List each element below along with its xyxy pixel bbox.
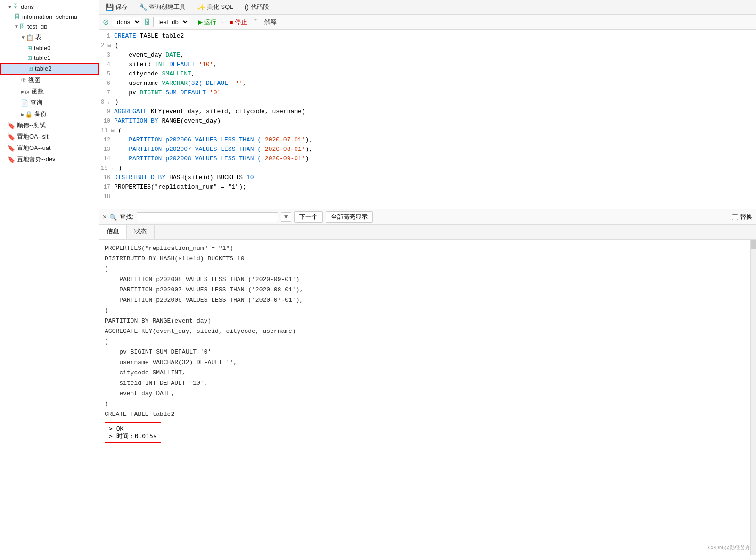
query-icon: 📄 <box>21 99 28 107</box>
result-line: ( <box>105 306 750 316</box>
search-highlight-button[interactable]: 全部高亮显示 <box>326 211 373 223</box>
line-number: 11 ⊟ <box>101 126 118 135</box>
line-number: 7 <box>101 88 114 98</box>
sidebar-item-query[interactable]: 📄 查询 <box>0 97 99 108</box>
sidebar-item-doris[interactable]: ▼ 🗄 doris <box>0 2 99 12</box>
result-line: AGGREGATE KEY(event_day, siteid, citycod… <box>105 326 750 337</box>
scrollbar-thumb[interactable] <box>751 240 756 249</box>
sidebar-label-info: information_schema <box>22 13 77 20</box>
search-label: 查找: <box>120 213 134 221</box>
line-number: 9 <box>101 107 114 116</box>
line-number: 6 <box>101 79 114 88</box>
database-select[interactable]: test_db <box>153 17 189 27</box>
scrollbar[interactable] <box>750 240 756 555</box>
line-content: AGGREGATE KEY(event_day, siteid, citycod… <box>114 107 754 116</box>
stop-button[interactable]: ■ 停止 <box>227 17 250 27</box>
line-number: 10 <box>101 116 114 126</box>
table-row: 11 ⊟( <box>99 126 756 135</box>
arrow-tables: ▼ <box>21 35 25 40</box>
line-number: 1 <box>101 32 114 41</box>
line-number: 5 <box>101 69 114 79</box>
line-content: DISTRIBUTED BY HASH(siteid) BUCKETS 10 <box>114 173 754 182</box>
sidebar-item-table2[interactable]: ⊞ table2 <box>0 63 99 75</box>
main-panel: 💾 保存 🔧 查询创建工具 ✨ 美化 SQL () 代码段 ⊘ doris 🗄 … <box>99 0 756 555</box>
result-line: pv BIGINT SUM DEFAULT '0' <box>105 347 750 357</box>
line-content: PARTITION BY RANGE(event_day) <box>114 116 754 126</box>
result-line: PROPERTIES("replication_num" = "1") <box>105 243 750 254</box>
query-tool-label: 查询创建工具 <box>149 3 186 11</box>
result-line: event_day DATE, <box>105 389 750 399</box>
table-row: 3 event_day DATE, <box>99 50 756 60</box>
search-dropdown-button[interactable]: ▼ <box>281 212 291 222</box>
search-next-button[interactable]: 下一个 <box>294 211 323 223</box>
explain-button[interactable]: 解释 <box>262 17 279 27</box>
table-row: 4 siteid INT DEFAULT '10', <box>99 60 756 69</box>
replace-checkbox[interactable] <box>732 214 738 220</box>
code-editor[interactable]: 1CREATE TABLE table22 ⊟(3 event_day DATE… <box>99 30 756 209</box>
code-segment-button[interactable]: () 代码段 <box>242 2 272 12</box>
explain-label: 解释 <box>264 18 277 25</box>
line-number: 12 <box>101 135 114 145</box>
tab-status[interactable]: 状态 <box>127 225 155 239</box>
sidebar-label-funcs: 函数 <box>32 87 44 96</box>
result-line: citycode SMALLINT, <box>105 368 750 378</box>
table-row: 18 <box>99 192 756 201</box>
sidebar-item-backup[interactable]: ▶ 🔒 备份 <box>0 108 99 120</box>
search-bar: × 🔍 查找: ▼ 下一个 全部高亮显示 替换 <box>99 209 756 225</box>
sidebar-item-test-db[interactable]: ▼ 🗄 test_db <box>0 22 99 32</box>
beautify-button[interactable]: ✨ 美化 SQL <box>194 2 236 12</box>
line-number: 16 <box>101 173 114 182</box>
table-row: 15 ⌞) <box>99 164 756 173</box>
sidebar-item-table1[interactable]: ⊞ table1 <box>0 53 99 63</box>
table-icon-2: ⊞ <box>28 66 33 72</box>
arrow-test-db: ▼ <box>14 24 19 29</box>
line-content: citycode SMALLINT, <box>114 69 754 79</box>
beautify-icon: ✨ <box>197 3 205 11</box>
sidebar-item-nav3[interactable]: 🔖 置地OA--uat <box>0 142 99 154</box>
connection-select[interactable]: doris <box>112 17 141 27</box>
run-icon: ▶ <box>198 18 203 25</box>
search-input[interactable] <box>137 212 278 222</box>
table-row: 1CREATE TABLE table2 <box>99 32 756 41</box>
replace-label: 替换 <box>740 213 752 221</box>
stop-label: 停止 <box>235 18 247 25</box>
line-number: 3 <box>101 50 114 60</box>
save-button[interactable]: 💾 保存 <box>103 2 131 12</box>
line-content: CREATE TABLE table2 <box>114 32 754 41</box>
replace-area: 替换 <box>732 213 752 221</box>
result-line: PARTITION p202007 VALUES LESS THAN ('202… <box>105 285 750 295</box>
sidebar-item-tables-group[interactable]: ▼ 📋 表 <box>0 32 99 43</box>
sidebar-item-funcs[interactable]: ▶ fx 函数 <box>0 86 99 97</box>
line-number: 2 ⊟ <box>101 41 115 50</box>
table-row: 6 username VARCHAR(32) DEFAULT '', <box>99 79 756 88</box>
sidebar-item-information-schema[interactable]: 🗄 information_schema <box>0 12 99 22</box>
tab-info[interactable]: 信息 <box>99 225 127 239</box>
sidebar-item-table0[interactable]: ⊞ table0 <box>0 43 99 53</box>
save-icon: 💾 <box>106 3 114 11</box>
line-number: 13 <box>101 145 114 154</box>
table-row: 8 ⌞) <box>99 98 756 107</box>
explain-icon: 🗒 <box>253 18 259 25</box>
nav3-icon: 🔖 <box>8 145 15 152</box>
result-line: siteid INT DEFAULT '10', <box>105 378 750 389</box>
table-row: 17PROPERTIES("replication_num" = "1"); <box>99 182 756 192</box>
sidebar-label-backup: 备份 <box>34 110 47 118</box>
sidebar-label-query: 查询 <box>30 99 42 107</box>
code-icon: () <box>245 3 249 11</box>
query-tool-button[interactable]: 🔧 查询创建工具 <box>136 2 189 12</box>
sidebar-item-nav1[interactable]: 🔖 顺德--测试 <box>0 120 99 131</box>
sidebar-item-views[interactable]: 👁 视图 <box>0 75 99 86</box>
search-close-button[interactable]: × <box>103 213 107 221</box>
run-button[interactable]: ▶ 运行 <box>195 17 219 27</box>
table-icon-1: ⊞ <box>27 55 32 61</box>
result-line: ( <box>105 399 750 409</box>
result-line: PARTITION BY RANGE(event_day) <box>105 316 750 326</box>
sidebar-item-nav2[interactable]: 🔖 置地OA--sit <box>0 131 99 142</box>
sidebar-label-table0: table0 <box>34 44 50 51</box>
db-icon-testdb: 🗄 <box>19 23 25 30</box>
result-line: username VARCHAR(32) DEFAULT '', <box>105 357 750 368</box>
save-label: 保存 <box>115 3 128 11</box>
line-content: ( <box>115 41 754 50</box>
stop-icon: ■ <box>230 18 233 25</box>
sidebar-item-nav4[interactable]: 🔖 置地督办--dev <box>0 154 99 165</box>
